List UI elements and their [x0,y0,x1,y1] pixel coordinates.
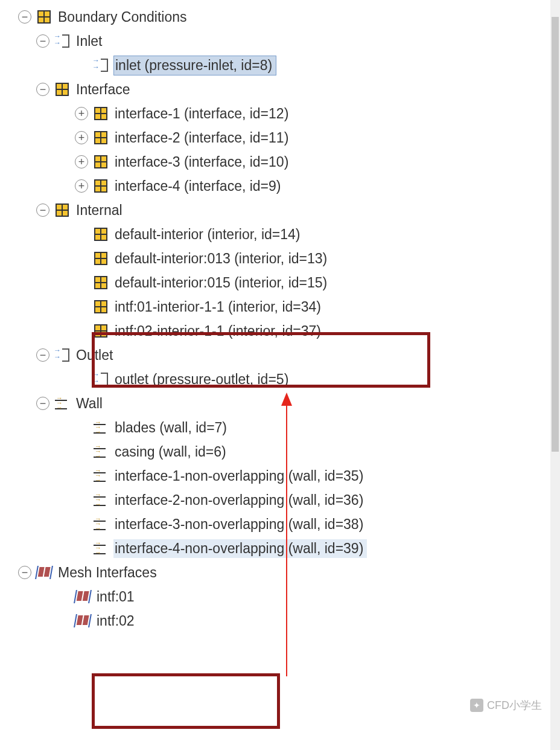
tree-node-outlet[interactable]: − Outlet [0,343,560,367]
expand-icon[interactable]: + [75,131,88,144]
node-label: intf:02 [95,612,138,630]
node-label: Internal [75,201,126,220]
node-label: intf:01-interior-1-1 (interior, id=34) [113,298,325,316]
wall-icon [93,420,109,435]
node-label: default-interior:013 (interior, id=13) [113,249,331,268]
mesh-interface-icon [36,565,52,580]
flow-icon [54,33,70,49]
expand-icon[interactable]: + [75,155,88,168]
node-label: interface-1-non-overlapping (wall, id=35… [113,467,367,486]
wechat-icon: ✦ [470,699,483,712]
grid-icon [93,251,109,266]
node-label: Boundary Conditions [57,8,191,27]
node-label: interface-3 (interface, id=10) [113,153,292,171]
collapse-icon[interactable]: − [36,397,49,410]
wall-icon [93,468,109,484]
node-label: inlet (pressure-inlet, id=8) [113,56,276,75]
grid-icon [93,130,109,146]
mesh-interface-icon [75,613,91,629]
tree-item-wall-1[interactable]: casing (wall, id=6) [0,440,560,464]
tree-item-wall-4[interactable]: interface-3-non-overlapping (wall, id=38… [0,512,560,536]
tree-item-wall-5[interactable]: interface-4-non-overlapping (wall, id=39… [0,536,560,560]
tree-node-internal[interactable]: − Internal [0,198,560,222]
tree-node-interface[interactable]: − Interface [0,77,560,101]
node-label: Mesh Interfaces [57,563,161,582]
grid-icon [54,202,70,218]
tree-item-interface-3[interactable]: + interface-3 (interface, id=10) [0,150,560,174]
collapse-icon[interactable]: − [36,204,49,217]
tree-item-mesh-0[interactable]: intf:01 [0,585,560,609]
node-label: interface-4 (interface, id=9) [113,177,285,196]
tree-item-interface-2[interactable]: + interface-2 (interface, id=11) [0,126,560,150]
wall-icon [93,444,109,460]
node-label: intf:01 [95,588,138,606]
flow-icon [93,57,109,73]
grid-icon [93,323,109,339]
node-label: Inlet [75,32,106,51]
wall-icon [93,540,109,556]
node-label: interface-1 (interface, id=12) [113,104,292,123]
flow-icon [54,347,70,363]
grid-icon [93,178,109,194]
wall-icon [93,516,109,532]
tree-item-internal-4[interactable]: intf:02-interior-1-1 (interior, id=37) [0,319,560,343]
wall-icon [93,492,109,508]
tree-item-internal-2[interactable]: default-interior:015 (interior, id=15) [0,271,560,295]
vertical-scrollbar[interactable] [550,0,560,750]
node-label: Outlet [75,346,116,365]
collapse-icon[interactable]: − [18,566,31,579]
grid-icon [93,106,109,121]
grid-icon [93,154,109,170]
expand-icon[interactable]: + [75,179,88,193]
node-label: interface-3-non-overlapping (wall, id=38… [113,515,367,534]
tree-node-inlet[interactable]: − Inlet [0,29,560,53]
watermark: ✦ CFD小学生 [470,698,542,713]
tree-item-internal-1[interactable]: default-interior:013 (interior, id=13) [0,246,560,271]
mesh-interface-icon [75,589,91,604]
node-label: default-interior:015 (interior, id=15) [113,274,331,292]
tree-view: − Boundary Conditions − Inlet inlet (pre… [0,0,560,633]
highlight-box-mesh [92,673,280,729]
tree-node-boundary-conditions[interactable]: − Boundary Conditions [0,5,560,29]
tree-item-wall-2[interactable]: interface-1-non-overlapping (wall, id=35… [0,464,560,488]
tree-item-mesh-1[interactable]: intf:02 [0,609,560,633]
grid-icon [93,299,109,315]
tree-item-inlet[interactable]: inlet (pressure-inlet, id=8) [0,53,560,77]
tree-item-internal-3[interactable]: intf:01-interior-1-1 (interior, id=34) [0,295,560,319]
collapse-icon[interactable]: − [36,34,49,48]
grid-icon [93,226,109,242]
tree-item-internal-0[interactable]: default-interior (interior, id=14) [0,222,560,246]
node-label: interface-2 (interface, id=11) [113,129,292,147]
watermark-text: CFD小学生 [487,698,542,713]
collapse-icon[interactable]: − [36,348,49,362]
node-label: casing (wall, id=6) [113,443,230,461]
node-label: outlet (pressure-outlet, id=5) [113,370,292,389]
node-label: intf:02-interior-1-1 (interior, id=37) [113,322,325,341]
grid-icon [54,82,70,97]
tree-item-wall-3[interactable]: interface-2-non-overlapping (wall, id=36… [0,488,560,512]
node-label: blades (wall, id=7) [113,418,231,437]
tree-item-interface-4[interactable]: + interface-4 (interface, id=9) [0,174,560,198]
tree-item-outlet[interactable]: outlet (pressure-outlet, id=5) [0,367,560,391]
node-label: interface-2-non-overlapping (wall, id=36… [113,491,367,510]
wall-icon [54,396,70,411]
node-label: Wall [75,394,106,413]
collapse-icon[interactable]: − [18,10,31,24]
tree-node-mesh-interfaces[interactable]: − Mesh Interfaces [0,560,560,585]
flow-icon [93,371,109,387]
node-label: Interface [75,80,134,99]
grid-icon [36,9,52,25]
grid-icon [93,275,109,290]
tree-item-wall-0[interactable]: blades (wall, id=7) [0,415,560,440]
node-label: default-interior (interior, id=14) [113,225,304,244]
tree-item-interface-1[interactable]: + interface-1 (interface, id=12) [0,101,560,126]
collapse-icon[interactable]: − [36,83,49,96]
tree-node-wall[interactable]: − Wall [0,391,560,415]
scrollbar-thumb[interactable] [552,17,559,452]
node-label: interface-4-non-overlapping (wall, id=39… [113,539,367,558]
expand-icon[interactable]: + [75,107,88,120]
